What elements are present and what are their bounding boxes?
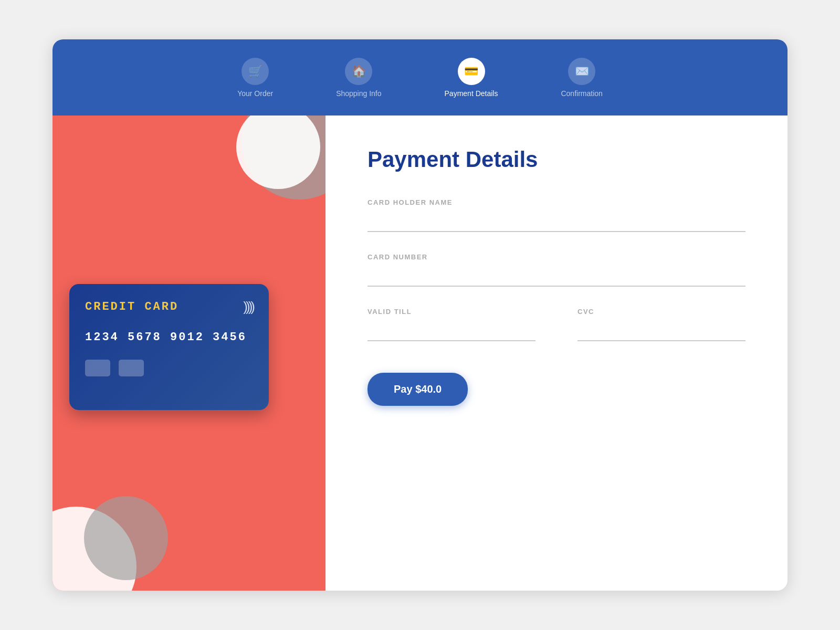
cvc-label: CVC bbox=[578, 308, 746, 316]
card-holder-group: CARD HOLDER NAME bbox=[368, 198, 746, 232]
main-content: CREDIT CARD )))) 1234 5678 9012 3456 Pay… bbox=[52, 116, 788, 591]
steps-header: 🛒 Your Order 🏠 Shopping Info 💳 Payment D… bbox=[52, 39, 788, 116]
step-payment-details-icon: 💳 bbox=[458, 58, 485, 85]
step-payment-details-label: Payment Details bbox=[445, 89, 498, 98]
right-panel: Payment Details CARD HOLDER NAME CARD NU… bbox=[326, 116, 788, 591]
valid-till-group: VALID TILL bbox=[368, 308, 536, 341]
nfc-icon: )))) bbox=[243, 299, 253, 315]
step-your-order[interactable]: 🛒 Your Order bbox=[237, 58, 273, 98]
pay-button[interactable]: Pay $40.0 bbox=[368, 373, 468, 406]
main-card: 🛒 Your Order 🏠 Shopping Info 💳 Payment D… bbox=[52, 39, 788, 591]
circle-bottom-left-inner bbox=[84, 496, 168, 580]
chip-1 bbox=[85, 360, 110, 376]
credit-card-number: 1234 5678 9012 3456 bbox=[85, 331, 253, 344]
credit-card: CREDIT CARD )))) 1234 5678 9012 3456 bbox=[69, 284, 269, 410]
page-title: Payment Details bbox=[368, 147, 746, 172]
valid-till-input[interactable] bbox=[368, 321, 536, 341]
left-panel: CREDIT CARD )))) 1234 5678 9012 3456 bbox=[52, 116, 326, 591]
step-payment-details[interactable]: 💳 Payment Details bbox=[445, 58, 498, 98]
step-shopping-info[interactable]: 🏠 Shopping Info bbox=[336, 58, 381, 98]
step-shopping-info-icon: 🏠 bbox=[345, 58, 372, 85]
step-your-order-icon: 🛒 bbox=[242, 58, 269, 85]
cvc-group: CVC bbox=[578, 308, 746, 341]
credit-card-header: CREDIT CARD )))) bbox=[85, 299, 253, 315]
card-holder-input[interactable] bbox=[368, 212, 746, 232]
form-row-expiry-cvc: VALID TILL CVC bbox=[368, 308, 746, 362]
cvc-input[interactable] bbox=[578, 321, 746, 341]
chip-2 bbox=[119, 360, 144, 376]
card-number-label: CARD NUMBER bbox=[368, 253, 746, 261]
step-your-order-label: Your Order bbox=[237, 89, 273, 98]
valid-till-label: VALID TILL bbox=[368, 308, 536, 316]
card-number-group: CARD NUMBER bbox=[368, 253, 746, 287]
step-confirmation-icon: ✉️ bbox=[568, 58, 595, 85]
credit-card-chips bbox=[85, 360, 253, 376]
credit-card-title: CREDIT CARD bbox=[85, 300, 178, 313]
step-shopping-info-label: Shopping Info bbox=[336, 89, 381, 98]
card-holder-label: CARD HOLDER NAME bbox=[368, 198, 746, 206]
card-number-input[interactable] bbox=[368, 266, 746, 287]
step-confirmation[interactable]: ✉️ Confirmation bbox=[561, 58, 602, 98]
step-confirmation-label: Confirmation bbox=[561, 89, 602, 98]
